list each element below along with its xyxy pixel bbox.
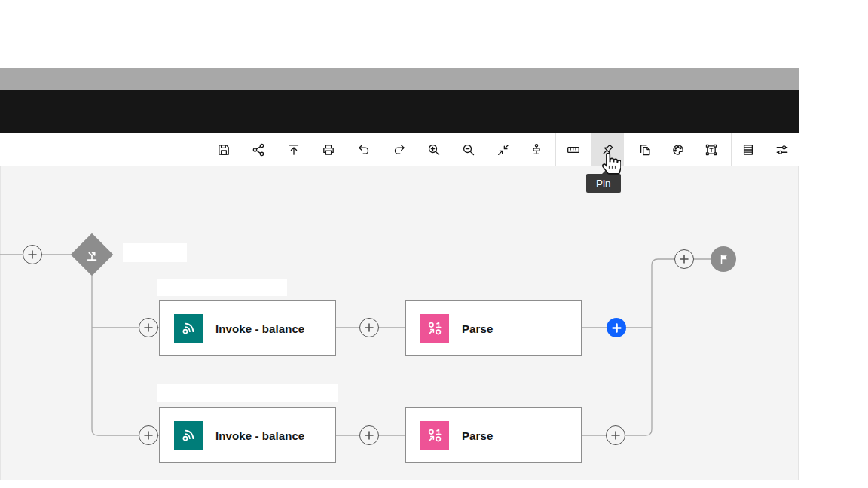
zoom-in-icon (427, 143, 441, 157)
text-box-icon (704, 143, 718, 157)
undo-button[interactable] (347, 133, 381, 166)
align-vertical-button[interactable] (520, 133, 553, 166)
save-button[interactable] (207, 133, 240, 166)
data-table-icon (741, 143, 755, 157)
settings-adjust-button[interactable] (766, 133, 799, 166)
add-node-button[interactable] (139, 425, 158, 445)
add-node-button[interactable] (606, 425, 625, 445)
api-invoke-icon (174, 314, 203, 343)
header-bar (0, 90, 799, 133)
upload-button[interactable] (277, 133, 310, 166)
add-node-button[interactable] (674, 249, 694, 269)
color-palette-icon (671, 143, 685, 157)
branch2-label-placeholder (157, 384, 338, 402)
top-gray-bar (0, 68, 799, 90)
parse-node-1[interactable]: Parse (405, 300, 582, 356)
add-node-button[interactable] (139, 318, 158, 337)
add-node-button[interactable] (359, 318, 379, 337)
text-box-button[interactable] (695, 133, 728, 166)
add-node-button[interactable] (359, 425, 379, 445)
flag-icon (717, 253, 730, 266)
parse-node-2[interactable]: Parse (405, 407, 582, 463)
print-icon (322, 143, 335, 157)
flow-editor-window: Invoke - balance Parse Invoke - balance … (0, 0, 868, 488)
hand-cursor-icon (602, 153, 621, 175)
node-label: Invoke - balance (215, 429, 304, 442)
minimize-button[interactable] (487, 133, 520, 166)
undo-icon (357, 143, 371, 157)
branch-label-placeholder (123, 243, 187, 262)
branch1-label-placeholder (157, 279, 287, 296)
node-label: Invoke - balance (215, 322, 304, 335)
connector-lines (0, 166, 799, 480)
flow-end-node[interactable] (711, 246, 736, 272)
upload-icon (287, 143, 301, 157)
ruler-icon (567, 143, 580, 157)
parse-icon (420, 421, 449, 450)
share-button[interactable] (242, 133, 275, 166)
invoke-node-1[interactable]: Invoke - balance (159, 300, 336, 356)
redo-button[interactable] (383, 133, 416, 166)
share-icon (252, 143, 265, 157)
save-icon (217, 143, 231, 157)
toolbar-divider (555, 133, 556, 166)
zoom-in-button[interactable] (417, 133, 451, 166)
api-invoke-icon (174, 421, 203, 450)
ruler-button[interactable] (557, 133, 590, 166)
zoom-out-button[interactable] (452, 133, 485, 166)
data-table-button[interactable] (732, 133, 765, 166)
print-button[interactable] (312, 133, 345, 166)
copy-icon (638, 143, 652, 157)
node-label: Parse (462, 322, 493, 335)
zoom-out-icon (462, 143, 475, 157)
minimize-icon (497, 143, 510, 157)
copy-button[interactable] (628, 133, 662, 166)
branch-icon (84, 247, 99, 262)
color-palette-button[interactable] (662, 133, 695, 166)
invoke-node-2[interactable]: Invoke - balance (159, 407, 336, 463)
settings-adjust-icon (775, 143, 789, 157)
redo-icon (393, 143, 406, 157)
pin-target-button[interactable] (607, 318, 626, 337)
pin-tooltip: Pin (586, 174, 621, 193)
editor-toolbar (0, 133, 799, 166)
add-node-button[interactable] (23, 245, 42, 264)
align-vertical-icon (530, 143, 543, 157)
node-label: Parse (462, 429, 493, 442)
parse-icon (420, 314, 449, 343)
tooltip-label: Pin (596, 178, 611, 189)
